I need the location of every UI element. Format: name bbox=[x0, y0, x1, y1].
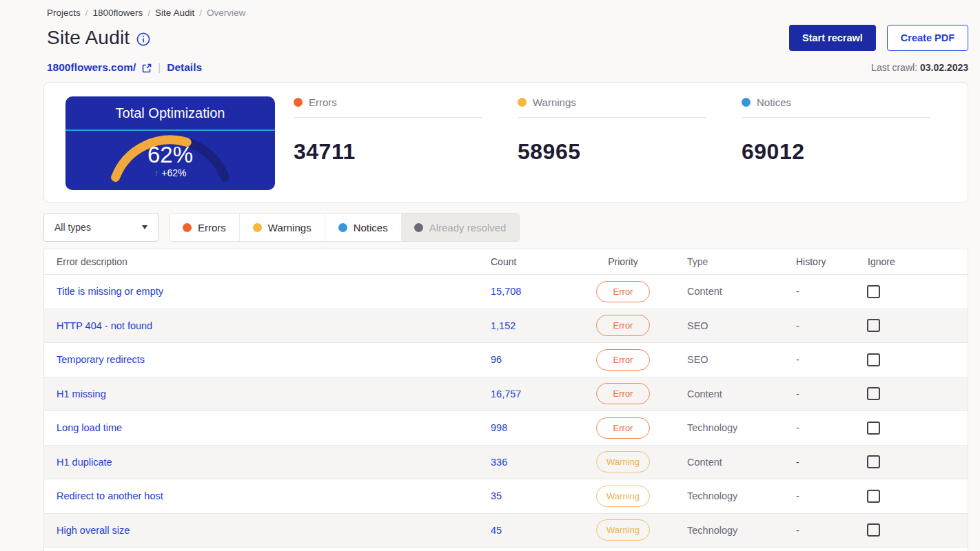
external-link-icon[interactable] bbox=[142, 63, 152, 73]
arrow-up-icon: ↑ bbox=[154, 167, 159, 178]
history-value: - bbox=[786, 525, 855, 536]
table-header: Error description Count Priority Type Hi… bbox=[44, 249, 968, 274]
status-dot-icon bbox=[294, 98, 303, 107]
column-ignore[interactable]: Ignore bbox=[855, 256, 968, 267]
breadcrumb-separator: / bbox=[147, 8, 150, 18]
ignore-checkbox[interactable] bbox=[867, 285, 880, 298]
count-link[interactable]: 16,757 bbox=[491, 388, 521, 399]
type-filter-value: All types bbox=[54, 222, 91, 233]
error-description-link[interactable]: H1 missing bbox=[57, 388, 106, 399]
stat-value: 69012 bbox=[742, 139, 930, 165]
type-label: Content bbox=[662, 388, 786, 399]
history-value: - bbox=[786, 457, 855, 468]
ignore-checkbox[interactable] bbox=[867, 319, 880, 332]
type-filter-select[interactable]: All types bbox=[43, 213, 159, 242]
ignore-checkbox[interactable] bbox=[867, 523, 880, 537]
column-priority[interactable]: Priority bbox=[584, 256, 662, 267]
issues-table: Error description Count Priority Type Hi… bbox=[43, 249, 968, 551]
status-dot-icon bbox=[518, 98, 527, 107]
severity-filter-segment[interactable]: Warnings bbox=[239, 214, 325, 241]
column-type[interactable]: Type bbox=[662, 256, 786, 267]
ignore-checkbox[interactable] bbox=[867, 490, 880, 503]
column-count[interactable]: Count bbox=[491, 256, 584, 267]
count-link[interactable]: 1,152 bbox=[491, 320, 515, 331]
start-recrawl-button[interactable]: Start recrawl bbox=[789, 25, 876, 51]
stat-label: Notices bbox=[757, 96, 791, 108]
table-row: H1 missing 16,757 Error Content - bbox=[44, 377, 968, 411]
severity-filter-segment: Already resolved bbox=[401, 214, 520, 241]
segment-label: Notices bbox=[354, 222, 388, 233]
column-error-description[interactable]: Error description bbox=[44, 256, 491, 267]
error-description-link[interactable]: Temporary redirects bbox=[57, 354, 145, 365]
breadcrumb-separator: / bbox=[199, 8, 202, 18]
stat-value: 58965 bbox=[518, 139, 706, 165]
table-row: Warning bbox=[44, 547, 968, 551]
gauge-title: Total Optimization bbox=[65, 96, 275, 121]
column-history[interactable]: History bbox=[786, 256, 855, 267]
history-value: - bbox=[786, 490, 855, 501]
type-label: Technology bbox=[662, 422, 786, 433]
count-link[interactable]: 45 bbox=[491, 525, 502, 536]
status-dot-icon bbox=[742, 98, 751, 107]
table-row: Temporary redirects 96 Error SEO - bbox=[44, 342, 968, 377]
segment-label: Errors bbox=[198, 222, 226, 233]
priority-badge: Error bbox=[596, 281, 650, 302]
segment-label: Already resolved bbox=[429, 222, 507, 233]
breadcrumb-site-audit[interactable]: Site Audit bbox=[155, 8, 194, 18]
status-dot-icon bbox=[338, 223, 347, 232]
count-link[interactable]: 35 bbox=[491, 490, 502, 501]
error-description-link[interactable]: High overall size bbox=[57, 525, 130, 536]
ignore-checkbox[interactable] bbox=[867, 455, 880, 468]
breadcrumb-projects[interactable]: Projects bbox=[47, 8, 81, 18]
severity-filter-segment[interactable]: Errors bbox=[170, 214, 239, 241]
chevron-down-icon bbox=[142, 225, 147, 229]
count-link[interactable]: 336 bbox=[491, 457, 507, 468]
gauge-delta: ↑ +62% bbox=[65, 167, 275, 178]
error-description-link[interactable]: HTTP 404 - not found bbox=[57, 320, 152, 331]
status-dot-icon bbox=[183, 223, 192, 232]
table-row: H1 duplicate 336 Warning Content - bbox=[44, 445, 968, 479]
error-description-link[interactable]: Redirect to another host bbox=[57, 490, 163, 501]
table-row: Redirect to another host 35 Warning Tech… bbox=[44, 479, 968, 513]
history-value: - bbox=[786, 286, 855, 297]
type-label: SEO bbox=[662, 320, 786, 331]
count-link[interactable]: 96 bbox=[491, 354, 502, 365]
link-divider: | bbox=[158, 61, 161, 74]
table-row: Long load time 998 Error Technology - bbox=[44, 410, 968, 445]
table-row: High overall size 45 Warning Technology … bbox=[44, 513, 968, 548]
priority-badge: Warning bbox=[596, 486, 650, 507]
total-optimization-gauge: Total Optimization 62% ↑ +62% bbox=[65, 96, 275, 190]
ignore-checkbox[interactable] bbox=[867, 353, 880, 366]
count-link[interactable]: 15,708 bbox=[491, 286, 521, 297]
breadcrumb-project-name[interactable]: 1800flowers bbox=[93, 8, 143, 18]
priority-badge: Error bbox=[596, 349, 650, 371]
table-row: Title is missing or empty 15,708 Error C… bbox=[44, 274, 968, 309]
severity-filter-segment[interactable]: Notices bbox=[325, 214, 401, 241]
history-value: - bbox=[786, 354, 855, 365]
priority-badge: Error bbox=[596, 383, 650, 404]
history-value: - bbox=[786, 320, 855, 331]
site-url-link[interactable]: 1800flowers.com/ bbox=[47, 61, 136, 74]
page: Projects / 1800flowers / Site Audit / Ov… bbox=[43, 0, 968, 551]
segment-label: Warnings bbox=[268, 222, 312, 233]
breadcrumb-separator: / bbox=[85, 8, 88, 18]
last-crawl-date: 03.02.2023 bbox=[920, 62, 968, 73]
ignore-checkbox[interactable] bbox=[867, 422, 880, 435]
stat-value: 34711 bbox=[294, 139, 482, 165]
count-link[interactable]: 998 bbox=[491, 422, 507, 433]
stat-label: Warnings bbox=[533, 96, 576, 108]
error-description-link[interactable]: H1 duplicate bbox=[57, 457, 112, 468]
breadcrumb-current: Overview bbox=[207, 8, 245, 18]
summary-stat: Errors 34711 bbox=[294, 96, 499, 189]
info-icon[interactable] bbox=[136, 32, 150, 46]
create-pdf-button[interactable]: Create PDF bbox=[887, 25, 968, 51]
ignore-checkbox[interactable] bbox=[867, 387, 880, 400]
last-crawl: Last crawl: 03.02.2023 bbox=[871, 62, 968, 73]
priority-badge: Warning bbox=[596, 451, 650, 472]
severity-filter-group: Errors Warnings Notices Already resolved bbox=[169, 213, 520, 242]
error-description-link[interactable]: Title is missing or empty bbox=[57, 286, 163, 297]
status-dot-icon bbox=[253, 223, 262, 232]
gauge-percent: 62% bbox=[65, 143, 275, 166]
error-description-link[interactable]: Long load time bbox=[57, 422, 122, 433]
details-link[interactable]: Details bbox=[167, 61, 202, 74]
